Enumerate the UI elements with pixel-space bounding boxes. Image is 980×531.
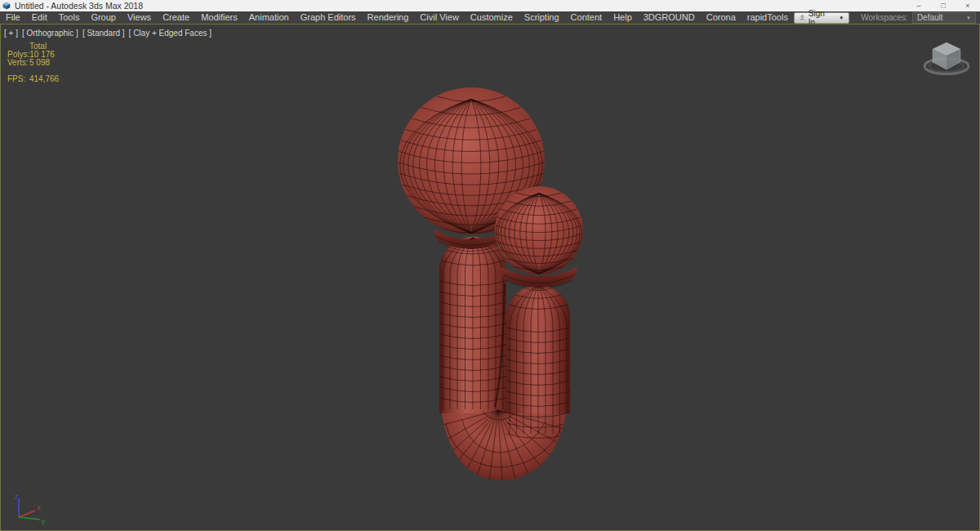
- workspaces-dropdown[interactable]: Default ▼: [912, 12, 976, 24]
- menu-file[interactable]: File: [0, 11, 26, 24]
- window-controls: – □ ×: [906, 0, 980, 11]
- menu-corona[interactable]: Corona: [701, 11, 742, 24]
- viewcube[interactable]: [920, 36, 973, 87]
- viewport-canvas[interactable]: [1, 25, 979, 530]
- menu-scripting[interactable]: Scripting: [519, 11, 565, 24]
- axis-y-line: [19, 517, 40, 520]
- workspaces-value: Default: [917, 13, 943, 22]
- stats-verts-label: Verts:: [7, 59, 29, 67]
- user-icon: [800, 14, 805, 21]
- menu-animation[interactable]: Animation: [243, 11, 295, 24]
- menu-modifiers[interactable]: Modifiers: [195, 11, 243, 24]
- minimize-button[interactable]: –: [906, 0, 931, 11]
- window-titlebar: Untitled - Autodesk 3ds Max 2018 – □ ×: [0, 0, 980, 11]
- menu-graph-editors[interactable]: Graph Editors: [295, 11, 362, 24]
- close-button[interactable]: ×: [956, 0, 980, 11]
- viewport[interactable]: [ + ] [ Orthographic ] [ Standard ] [ Cl…: [0, 24, 980, 531]
- viewport-general-menu[interactable]: [ + ]: [4, 29, 18, 38]
- statistics-overlay: Total Polys:10 176 Verts:5 098 FPS:414,7…: [7, 42, 59, 83]
- workspaces-label: Workspaces:: [861, 13, 908, 22]
- world-axis-gizmo: z x y: [6, 493, 51, 527]
- viewcube-cube[interactable]: [933, 42, 960, 69]
- chevron-down-icon: ▼: [839, 16, 844, 20]
- stats-fps-label: FPS:: [7, 75, 29, 83]
- chevron-down-icon: ▼: [966, 16, 971, 20]
- menu-3dground[interactable]: 3DGROUND: [638, 11, 701, 24]
- viewport-pov-menu[interactable]: [ Orthographic ]: [22, 29, 78, 38]
- axis-x-label: x: [37, 503, 41, 511]
- sign-in-button[interactable]: Sign In ▼: [794, 12, 849, 24]
- axis-y-label: y: [42, 517, 46, 525]
- menu-views[interactable]: Views: [122, 11, 157, 24]
- viewport-shading-menu[interactable]: [ Standard ]: [82, 29, 125, 38]
- axis-z-label: z: [15, 493, 19, 501]
- stats-verts-value: 5 098: [29, 58, 50, 67]
- menu-tools[interactable]: Tools: [53, 11, 86, 24]
- 3ds-max-logo-icon[interactable]: [2, 2, 11, 10]
- viewport-label: [ + ] [ Orthographic ] [ Standard ] [ Cl…: [4, 29, 212, 38]
- restore-button[interactable]: □: [931, 0, 956, 11]
- menu-bar: File Edit Tools Group Views Create Modif…: [0, 11, 980, 24]
- menu-help[interactable]: Help: [608, 11, 638, 24]
- menu-group[interactable]: Group: [85, 11, 122, 24]
- stats-fps-value: 414,766: [29, 74, 59, 83]
- menu-rendering[interactable]: Rendering: [362, 11, 415, 24]
- menu-create[interactable]: Create: [157, 11, 195, 24]
- menu-content[interactable]: Content: [565, 11, 608, 24]
- menu-civil-view[interactable]: Civil View: [414, 11, 464, 24]
- viewport-style-menu[interactable]: [ Clay + Edged Faces ]: [129, 29, 212, 38]
- menu-rapidtools[interactable]: rapidTools: [742, 11, 794, 24]
- window-title: Untitled - Autodesk 3ds Max 2018: [15, 1, 143, 11]
- menu-edit[interactable]: Edit: [26, 11, 53, 24]
- menu-customize[interactable]: Customize: [465, 11, 519, 24]
- axis-x-line: [19, 511, 35, 517]
